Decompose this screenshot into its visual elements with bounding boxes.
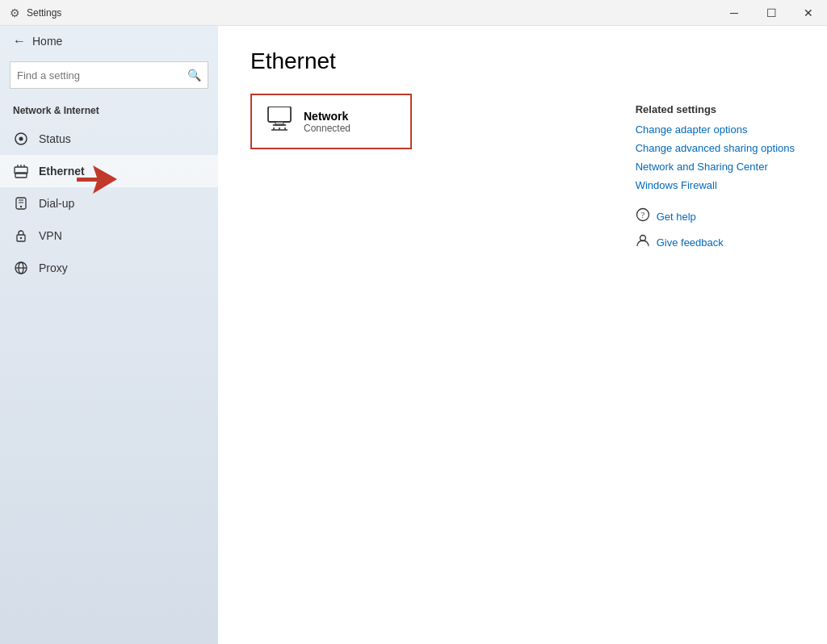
search-input[interactable] <box>17 69 183 82</box>
maximize-button[interactable]: ☐ <box>753 0 790 26</box>
back-arrow-icon: ← <box>13 34 26 48</box>
sidebar-nav: Status Ethernet <box>0 123 218 284</box>
titlebar-title: Settings <box>27 7 61 19</box>
titlebar-left: ⚙ Settings <box>10 6 61 19</box>
titlebar-controls: ─ ☐ ✕ <box>716 0 827 26</box>
related-link-windows-firewall[interactable]: Windows Firewall <box>636 179 795 191</box>
svg-point-1 <box>19 137 23 141</box>
sidebar-back-button[interactable]: ← Home <box>0 26 218 56</box>
sidebar-item-dialup[interactable]: Dial-up <box>0 187 218 220</box>
svg-point-9 <box>20 206 22 207</box>
sidebar-item-ethernet[interactable]: Ethernet <box>0 155 218 187</box>
close-button[interactable]: ✕ <box>790 0 827 26</box>
network-card[interactable]: Network Connected <box>250 94 412 149</box>
network-name: Network <box>304 110 351 123</box>
give-feedback-icon <box>636 233 650 251</box>
dialup-icon <box>13 195 29 211</box>
sidebar-item-status[interactable]: Status <box>0 123 218 155</box>
related-link-network-sharing-center[interactable]: Network and Sharing Center <box>636 161 795 173</box>
titlebar: ⚙ Settings ─ ☐ ✕ <box>0 0 827 26</box>
status-icon <box>13 131 29 147</box>
svg-text:?: ? <box>640 211 644 220</box>
sidebar-item-vpn[interactable]: VPN <box>0 220 218 252</box>
main-wrapper: Ethernet <box>218 26 827 644</box>
proxy-icon <box>13 260 29 276</box>
sidebar-item-proxy-label: Proxy <box>39 261 68 274</box>
settings-icon: ⚙ <box>10 6 20 19</box>
sidebar-item-ethernet-label: Ethernet <box>39 165 85 178</box>
search-box[interactable]: 🔍 <box>10 61 208 89</box>
page-title: Ethernet <box>250 48 795 74</box>
sidebar-item-proxy[interactable]: Proxy <box>0 252 218 284</box>
minimize-button[interactable]: ─ <box>716 0 753 26</box>
sidebar-item-vpn-label: VPN <box>39 229 62 242</box>
search-icon: 🔍 <box>187 69 201 82</box>
related-settings: Related settings Change adapter options … <box>636 103 795 259</box>
get-help-icon: ? <box>636 207 650 225</box>
sidebar-section-title: Network & Internet <box>0 98 218 123</box>
ethernet-icon <box>13 163 29 179</box>
sidebar-item-dialup-label: Dial-up <box>39 197 74 210</box>
sidebar: ← Home 🔍 Network & Internet Status <box>0 26 218 644</box>
svg-point-13 <box>20 237 22 239</box>
app-body: ← Home 🔍 Network & Internet Status <box>0 26 827 644</box>
get-help-item[interactable]: ? Get help <box>636 207 795 225</box>
help-section: ? Get help Give feedback <box>636 207 795 251</box>
sidebar-home-label: Home <box>32 35 62 48</box>
network-info: Network Connected <box>304 110 351 134</box>
related-link-change-adapter[interactable]: Change adapter options <box>636 123 795 136</box>
svg-rect-17 <box>268 107 291 122</box>
sidebar-item-status-label: Status <box>39 132 71 145</box>
svg-rect-20 <box>272 123 287 126</box>
network-status: Connected <box>304 123 351 134</box>
get-help-label[interactable]: Get help <box>657 211 696 223</box>
network-card-icon <box>265 107 294 136</box>
vpn-icon <box>13 228 29 244</box>
give-feedback-item[interactable]: Give feedback <box>636 233 795 251</box>
related-settings-title: Related settings <box>636 103 795 115</box>
related-link-advanced-sharing[interactable]: Change advanced sharing options <box>636 142 795 154</box>
give-feedback-label[interactable]: Give feedback <box>657 236 724 249</box>
